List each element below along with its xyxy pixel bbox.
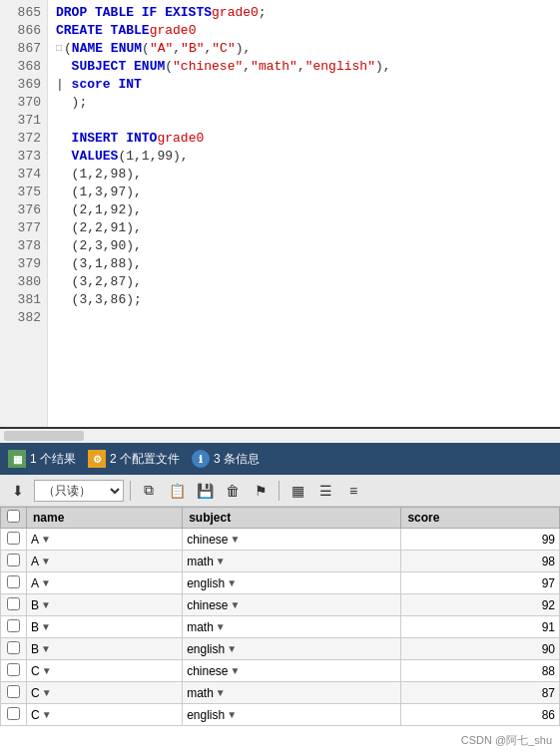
copy-button[interactable]: ⧉ xyxy=(137,479,161,503)
select-all-checkbox[interactable] xyxy=(7,510,20,523)
config-tab[interactable]: ⚙ 2 个配置文件 xyxy=(88,450,180,468)
row-checkbox[interactable] xyxy=(7,641,20,654)
detail-view-button[interactable]: ≡ xyxy=(341,479,365,503)
row-checkbox[interactable] xyxy=(7,619,20,632)
paste-button[interactable]: 📋 xyxy=(165,479,189,503)
name-dropdown[interactable]: ▼ xyxy=(41,599,51,610)
data-grid-container: name subject score A▼chinese▼99A▼math▼98… xyxy=(0,507,560,756)
delete-button[interactable]: 🗑 xyxy=(221,479,245,503)
cell-score: 97 xyxy=(401,572,560,594)
save-button[interactable]: 💾 xyxy=(193,479,217,503)
subject-dropdown[interactable]: ▼ xyxy=(231,534,241,545)
info-tab[interactable]: ℹ 3 条信息 xyxy=(192,450,260,468)
table-row: B▼chinese▼92 xyxy=(1,594,560,616)
line-number-380: 380 xyxy=(6,273,41,291)
watermark-text: CSDN @阿七_shu xyxy=(461,734,552,746)
name-value: A xyxy=(31,576,39,590)
info-icon: ℹ xyxy=(192,450,210,468)
row-checkbox[interactable] xyxy=(7,532,20,545)
table-row: B▼math▼91 xyxy=(1,616,560,638)
subject-dropdown[interactable]: ▼ xyxy=(216,687,226,698)
row-checkbox[interactable] xyxy=(7,597,20,610)
action-toolbar: ⬇ （只读） （可编辑） ⧉ 📋 💾 🗑 ⚑ ▦ ☰ ≡ xyxy=(0,475,560,507)
export-button[interactable]: ⬇ xyxy=(6,479,30,503)
subject-dropdown[interactable]: ▼ xyxy=(227,643,237,654)
cell-subject: math▼ xyxy=(183,682,401,704)
row-checkbox[interactable] xyxy=(7,707,20,720)
grid-view-button[interactable]: ▦ xyxy=(285,479,309,503)
code-line-2: □(NAME ENUM("A","B","C"), xyxy=(56,40,552,58)
subject-value: english xyxy=(187,576,225,590)
toolbar-separator-1 xyxy=(130,481,131,501)
subject-dropdown[interactable]: ▼ xyxy=(216,621,226,632)
readonly-select[interactable]: （只读） （可编辑） xyxy=(34,480,124,502)
name-dropdown[interactable]: ▼ xyxy=(41,621,51,632)
horizontal-scrollbar[interactable] xyxy=(0,429,560,443)
name-dropdown[interactable]: ▼ xyxy=(42,665,52,676)
cell-subject: english▼ xyxy=(183,704,401,726)
name-dropdown[interactable]: ▼ xyxy=(41,577,51,588)
line-number-381: 381 xyxy=(6,291,41,309)
row-checkbox-cell xyxy=(1,594,27,616)
code-line-12: (2,2,91), xyxy=(56,219,552,237)
subject-dropdown[interactable]: ▼ xyxy=(216,556,226,567)
name-value: B xyxy=(31,642,39,656)
flag-button[interactable]: ⚑ xyxy=(249,479,273,503)
cell-subject: english▼ xyxy=(183,572,401,594)
line-number-369: 369 xyxy=(6,76,41,94)
cell-name: B▼ xyxy=(27,594,183,616)
row-checkbox-cell xyxy=(1,704,27,726)
name-value: C xyxy=(31,708,40,722)
name-value: A xyxy=(31,555,39,568)
name-value: C xyxy=(31,664,40,678)
results-grid-icon: ▦ xyxy=(8,450,26,468)
subject-value: english xyxy=(187,642,225,656)
config-tab-label: 2 个配置文件 xyxy=(110,451,180,468)
subject-dropdown[interactable]: ▼ xyxy=(231,665,241,676)
table-row: A▼chinese▼99 xyxy=(1,529,560,551)
row-checkbox-cell xyxy=(1,660,27,682)
row-checkbox[interactable] xyxy=(7,575,20,588)
code-line-15: (3,2,87), xyxy=(56,273,552,291)
line-numbers: 8658668673683693703713723733743753763773… xyxy=(0,0,48,427)
code-line-9: (1,2,98), xyxy=(56,166,552,184)
name-dropdown[interactable]: ▼ xyxy=(42,687,52,698)
subject-dropdown[interactable]: ▼ xyxy=(231,599,241,610)
line-number-867: 867 xyxy=(6,40,41,58)
table-header-row: name subject score xyxy=(1,508,560,529)
subject-dropdown[interactable]: ▼ xyxy=(227,577,237,588)
subject-value: math xyxy=(187,686,214,700)
subject-value: chinese xyxy=(187,533,228,547)
subject-value: chinese xyxy=(187,664,228,678)
code-line-8: VALUES(1,1,99), xyxy=(56,148,552,166)
row-checkbox[interactable] xyxy=(7,663,20,676)
list-view-button[interactable]: ☰ xyxy=(313,479,337,503)
row-checkbox[interactable] xyxy=(7,554,20,567)
code-line-11: (2,1,92), xyxy=(56,201,552,219)
cell-subject: chinese▼ xyxy=(183,660,401,682)
row-checkbox-cell xyxy=(1,682,27,704)
table-row: C▼chinese▼88 xyxy=(1,660,560,682)
line-number-378: 378 xyxy=(6,237,41,255)
code-line-17 xyxy=(56,309,552,327)
name-dropdown[interactable]: ▼ xyxy=(41,643,51,654)
code-line-6 xyxy=(56,112,552,130)
subject-value: math xyxy=(187,620,214,634)
cell-subject: math▼ xyxy=(183,551,401,572)
cell-name: B▼ xyxy=(27,638,183,660)
table-row: C▼math▼87 xyxy=(1,682,560,704)
cell-name: C▼ xyxy=(27,704,183,726)
name-dropdown[interactable]: ▼ xyxy=(41,556,51,567)
cell-score: 87 xyxy=(401,682,560,704)
name-dropdown[interactable]: ▼ xyxy=(42,709,52,720)
name-dropdown[interactable]: ▼ xyxy=(41,534,51,545)
row-checkbox[interactable] xyxy=(7,685,20,698)
cell-name: B▼ xyxy=(27,616,183,638)
cell-subject: chinese▼ xyxy=(183,594,401,616)
line-number-379: 379 xyxy=(6,255,41,273)
results-tab[interactable]: ▦ 1 个结果 xyxy=(8,450,76,468)
line-number-370: 370 xyxy=(6,94,41,112)
scrollbar-thumb[interactable] xyxy=(4,431,84,441)
results-tab-label: 1 个结果 xyxy=(30,451,76,468)
subject-dropdown[interactable]: ▼ xyxy=(227,709,237,720)
